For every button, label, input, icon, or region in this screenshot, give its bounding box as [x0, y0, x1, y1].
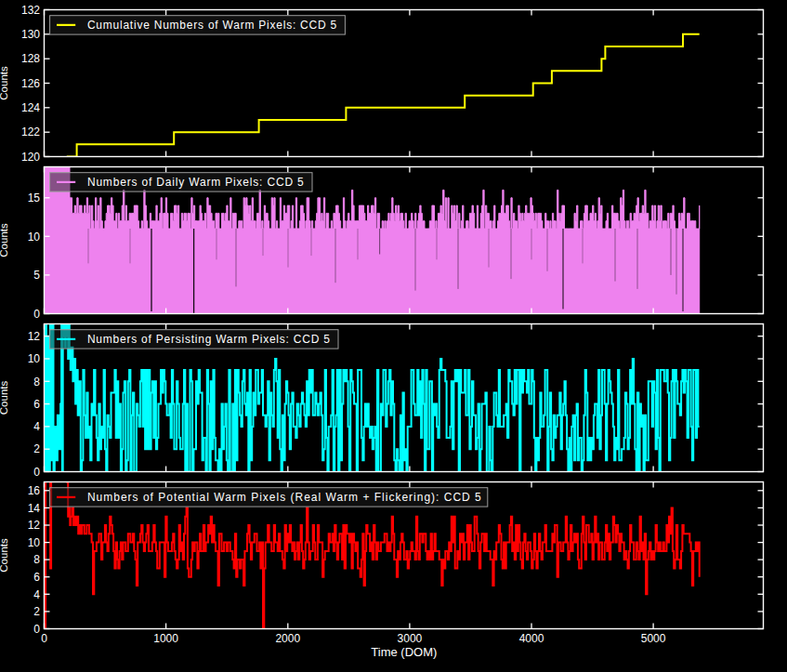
- svg-text:Numbers of Daily Warm Pixels:: Numbers of Daily Warm Pixels: CCD 5: [87, 176, 305, 189]
- svg-text:6: 6: [33, 398, 40, 411]
- svg-text:12: 12: [28, 330, 41, 343]
- svg-text:2000: 2000: [275, 632, 300, 645]
- svg-text:0: 0: [33, 623, 40, 636]
- svg-text:6: 6: [33, 571, 40, 584]
- svg-text:5000: 5000: [641, 632, 666, 645]
- svg-text:120: 120: [21, 151, 40, 164]
- svg-text:15: 15: [28, 191, 41, 204]
- svg-text:8: 8: [33, 376, 40, 389]
- svg-text:10: 10: [28, 231, 41, 244]
- svg-text:Cumulative Numbers of Warm Pix: Cumulative Numbers of Warm Pixels: CCD 5: [87, 19, 337, 32]
- svg-text:10: 10: [28, 536, 41, 549]
- svg-text:0: 0: [41, 632, 47, 645]
- svg-text:128: 128: [21, 52, 40, 65]
- svg-text:2: 2: [33, 605, 40, 618]
- svg-text:Counts: Counts: [0, 381, 9, 415]
- svg-text:130: 130: [21, 28, 40, 41]
- svg-text:124: 124: [21, 101, 40, 114]
- svg-text:126: 126: [21, 77, 40, 90]
- svg-text:Numbers of Persisting Warm Pix: Numbers of Persisting Warm Pixels: CCD 5: [87, 333, 331, 346]
- svg-text:Time (DOM): Time (DOM): [371, 645, 437, 659]
- svg-text:Counts: Counts: [0, 538, 9, 573]
- svg-text:14: 14: [28, 502, 41, 515]
- svg-text:5: 5: [33, 269, 40, 282]
- svg-text:132: 132: [21, 4, 40, 17]
- svg-text:4: 4: [33, 420, 40, 433]
- svg-text:Counts: Counts: [0, 223, 9, 257]
- svg-text:122: 122: [21, 125, 40, 138]
- svg-text:1000: 1000: [153, 632, 178, 645]
- svg-text:12: 12: [28, 519, 41, 532]
- svg-text:3000: 3000: [398, 632, 423, 645]
- svg-text:8: 8: [33, 553, 40, 566]
- svg-text:Numbers of Potential Warm Pixe: Numbers of Potential Warm Pixels (Real W…: [87, 491, 482, 504]
- svg-text:10: 10: [28, 352, 41, 365]
- svg-text:2: 2: [33, 442, 40, 455]
- svg-text:0: 0: [33, 466, 40, 479]
- svg-text:0: 0: [33, 308, 40, 321]
- svg-text:16: 16: [28, 484, 41, 497]
- svg-text:4: 4: [33, 588, 40, 601]
- svg-text:Counts: Counts: [0, 66, 9, 100]
- svg-text:4000: 4000: [519, 632, 544, 645]
